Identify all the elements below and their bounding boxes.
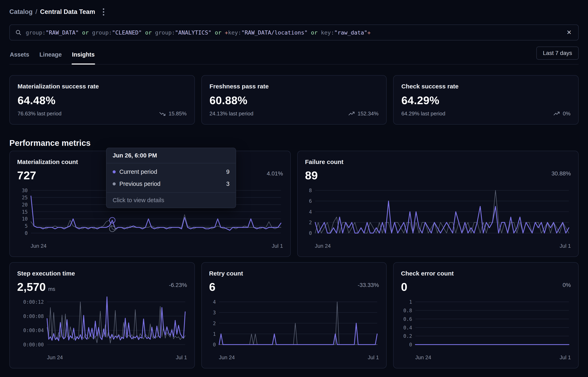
tooltip-series-label: Previous period — [119, 180, 161, 187]
x-axis-start-label: Jun 24 — [315, 243, 331, 249]
check-error-count-chart[interactable]: 10.80.60.40.20 — [401, 296, 571, 352]
query-segment: key: — [228, 29, 241, 36]
summary-card-value: 64.29% — [401, 94, 570, 106]
tab-bar: AssetsLineageInsights Last 7 days — [9, 40, 579, 65]
chart-total-value: 6 — [209, 280, 215, 294]
query-segment: group: — [155, 29, 175, 36]
svg-text:20: 20 — [22, 202, 28, 208]
breadcrumb: Catalog / Central Data Team — [9, 7, 579, 16]
series-color-dot-icon — [113, 170, 116, 173]
last-period-value: 64.29% last period — [401, 110, 445, 117]
last-period-value: 24.13% last period — [210, 110, 253, 117]
tooltip-timestamp: Jun 26, 6:00 PM — [107, 148, 236, 163]
svg-text:15: 15 — [22, 209, 28, 215]
x-axis-end-label: Jul 1 — [560, 243, 571, 249]
trend-change-value: 15.85% — [168, 110, 187, 117]
chart-title: Retry count — [209, 270, 379, 277]
svg-text:6: 6 — [309, 198, 312, 204]
query-segment: group: — [92, 29, 112, 36]
chart-change-percent: -33.33% — [358, 280, 379, 288]
query-segment: "RAW_DATA/locations" — [241, 29, 308, 36]
query-segment: group: — [26, 29, 46, 36]
date-range-button[interactable]: Last 7 days — [536, 47, 579, 60]
failure-count-chart[interactable]: 86420 — [305, 184, 571, 241]
query-segment: "ANALYTICS" — [175, 29, 211, 36]
chart-title: Failure count — [305, 158, 571, 165]
summary-card-check-success-rate: Check success rate64.29%64.29% last peri… — [393, 75, 579, 125]
tab-assets[interactable]: Assets — [9, 51, 30, 64]
x-axis-start-label: Jun 24 — [415, 354, 431, 361]
summary-card-materialization-success-rate: Materialization success rate64.48%76.63%… — [9, 75, 195, 125]
query-segment: or — [142, 29, 155, 36]
chart-change-percent: -6.23% — [169, 280, 187, 288]
svg-text:3: 3 — [213, 310, 216, 316]
summary-card-value: 60.88% — [210, 94, 379, 106]
chart-card-check-error-count: Check error count00%10.80.60.40.20Jun 24… — [393, 262, 579, 368]
chart-card-failure-count: Failure count8930.88%86420Jun 24Jul 1 — [297, 151, 579, 257]
chart-card-retry-count: Retry count6-33.33%43210Jun 24Jul 1 — [201, 262, 387, 368]
chart-total-value: 2,570ms — [17, 280, 55, 294]
tooltip-series-label: Current period — [119, 168, 157, 175]
trend-change-value: 152.34% — [358, 110, 379, 117]
svg-text:8: 8 — [309, 188, 312, 193]
svg-text:0:00:00: 0:00:00 — [23, 342, 44, 348]
trend-up-icon — [553, 111, 560, 116]
breadcrumb-catalog-link[interactable]: Catalog — [9, 8, 33, 15]
search-input[interactable]: group:"RAW_DATA" or group:"CLEANED" or g… — [26, 29, 561, 36]
kebab-menu-icon[interactable] — [100, 7, 107, 17]
trend-change-value: 0% — [563, 110, 570, 117]
search-icon — [15, 29, 22, 36]
query-segment: or — [79, 29, 92, 36]
chart-total-value: 89 — [305, 169, 318, 182]
summary-card-title: Materialization success rate — [18, 83, 187, 90]
trend-down-icon — [159, 111, 166, 116]
chart-card-step-execution-time: Step execution time2,570ms-6.23%0:00:120… — [9, 262, 195, 368]
svg-text:0:00:08: 0:00:08 — [23, 313, 44, 319]
trend-change: 0% — [553, 110, 570, 117]
step-execution-time-chart[interactable]: 0:00:120:00:080:00:040:00:00 — [17, 296, 187, 352]
query-segment: + — [225, 29, 228, 36]
tooltip-rows: Current period9Previous period3 — [107, 163, 236, 192]
svg-text:0: 0 — [25, 230, 28, 236]
svg-text:0.6: 0.6 — [403, 316, 412, 322]
tab-insights[interactable]: Insights — [72, 51, 95, 64]
trend-up-icon — [348, 111, 355, 116]
chart-title: Step execution time — [17, 270, 187, 277]
x-axis-start-label: Jun 24 — [219, 354, 235, 361]
query-segment: or — [308, 29, 321, 36]
svg-text:1: 1 — [409, 299, 412, 305]
svg-text:0: 0 — [213, 342, 216, 348]
tooltip-series-value: 3 — [226, 180, 230, 187]
charts-row-1: Materialization count7274.01%30252015105… — [9, 151, 579, 257]
svg-text:0: 0 — [309, 230, 312, 236]
x-axis-end-label: Jul 1 — [560, 354, 571, 361]
summary-cards-row: Materialization success rate64.48%76.63%… — [9, 75, 579, 125]
x-axis-start-label: Jun 24 — [47, 354, 63, 361]
query-segment: key: — [321, 29, 334, 36]
asset-search-bar: group:"RAW_DATA" or group:"CLEANED" or g… — [9, 24, 579, 40]
retry-count-chart[interactable]: 43210 — [209, 296, 379, 352]
x-axis-start-label: Jun 24 — [31, 243, 46, 249]
query-segment: "RAW_DATA" — [46, 29, 79, 36]
summary-card-title: Check success rate — [401, 83, 570, 90]
svg-text:0: 0 — [409, 342, 412, 348]
svg-text:2: 2 — [213, 320, 216, 326]
query-segment: "raw_data" — [334, 29, 367, 36]
x-axis-end-label: Jul 1 — [176, 354, 187, 361]
tooltip-series-row: Current period9 — [107, 166, 236, 178]
clear-search-icon[interactable]: ✕ — [565, 28, 573, 37]
query-segment: or — [211, 29, 225, 36]
tooltip-hint: Click to view details — [107, 192, 236, 208]
svg-text:4: 4 — [213, 299, 216, 305]
trend-change: 15.85% — [159, 110, 187, 117]
section-title: Performance metrics — [9, 139, 579, 148]
tab-lineage[interactable]: Lineage — [39, 51, 62, 64]
x-axis-end-label: Jul 1 — [272, 243, 283, 249]
svg-text:0.4: 0.4 — [403, 325, 412, 330]
tooltip-series-value: 9 — [226, 168, 230, 175]
chart-change-percent: 0% — [563, 280, 571, 288]
x-axis-end-label: Jul 1 — [368, 354, 379, 361]
series-color-dot-icon — [113, 182, 116, 185]
svg-text:4: 4 — [309, 209, 312, 215]
insights-page: Catalog / Central Data Team group:"RAW_D… — [0, 7, 588, 368]
